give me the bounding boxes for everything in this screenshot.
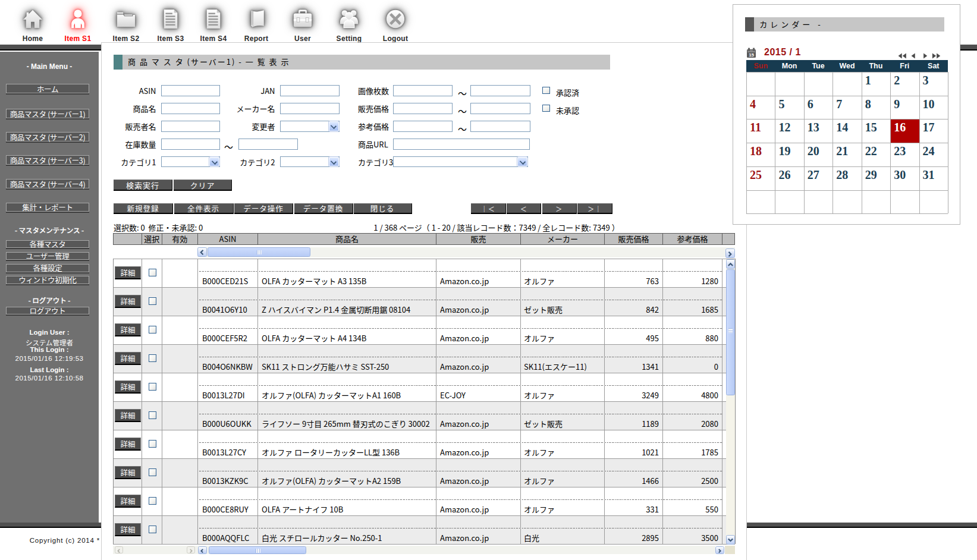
svg-text:15: 15 xyxy=(749,52,754,57)
